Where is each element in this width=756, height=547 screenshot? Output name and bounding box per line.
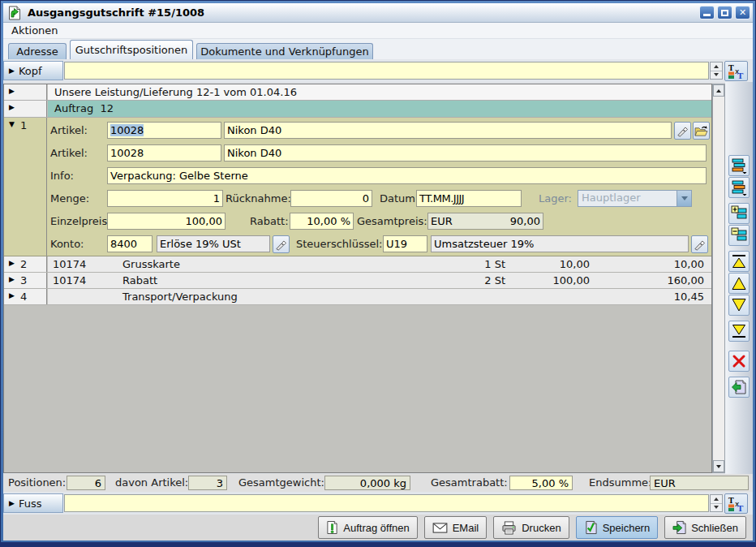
position-number: 3 [20, 274, 27, 286]
totals-bar: Positionen: 6 davon Artikel: 3 Gesamtgew… [3, 474, 753, 492]
artikel-name-input[interactable]: Nikon D40 [224, 122, 672, 139]
kopf-spinner[interactable] [710, 62, 723, 80]
einzelpreis-input[interactable]: 100,00 [107, 213, 226, 230]
kopf-spinner-down-icon[interactable] [711, 71, 722, 80]
artikel-clear-button[interactable] [674, 122, 691, 140]
kopf-text-input[interactable] [64, 62, 709, 80]
close-button[interactable]: ✕ [735, 6, 750, 19]
lager-dropdown-button[interactable] [677, 191, 691, 206]
subposition-remove-button[interactable] [728, 225, 750, 246]
position-number: 2 [20, 258, 27, 270]
fuss-textmodule-button[interactable]: T x T [724, 493, 748, 514]
menge-input[interactable]: 1 [107, 190, 223, 207]
position-1-expander[interactable]: ▼ 1 [4, 118, 47, 256]
subposition-add-button[interactable] [728, 203, 750, 224]
copy-position-button[interactable] [728, 377, 750, 398]
kopf-expander[interactable]: ▶ Kopf [3, 61, 63, 80]
position-insert-button[interactable] [728, 177, 750, 198]
steuer-clear-button[interactable] [691, 235, 708, 253]
svg-text:T: T [728, 496, 734, 505]
table-row-auftrag[interactable]: ▶ Auftrag 12 [4, 101, 711, 118]
cell-bezeichnung: Rabatt [122, 274, 157, 286]
drucken-button[interactable]: Drucken [493, 516, 569, 539]
gesamtpreis-value: 90,00 [510, 215, 540, 227]
lager-label: Lager: [539, 190, 572, 207]
delete-x-icon [731, 353, 747, 369]
row-expander-cell[interactable]: ▶ [4, 84, 47, 100]
endsumme-label: Endsumme: [589, 474, 651, 492]
move-up-button[interactable] [728, 273, 750, 294]
fuss-spinner-down-icon[interactable] [711, 504, 722, 512]
menu-aktionen[interactable]: Aktionen [11, 23, 58, 39]
cell-menge: 2 St [432, 274, 505, 286]
lager-combobox[interactable]: Hauptlager [578, 190, 692, 207]
konto-clear-button[interactable] [273, 235, 290, 253]
table-row-position-4[interactable]: ▶ 4 Transport/Verpackung 10,45 [4, 289, 711, 305]
document-arrow-left-icon [731, 379, 747, 395]
artikel2-nr-input[interactable]: 10028 [107, 144, 221, 162]
artikel-open-button[interactable] [693, 122, 710, 140]
table-scrollbar[interactable] [712, 84, 725, 473]
delete-position-button[interactable] [728, 351, 750, 372]
schliessen-button[interactable]: Schließen [664, 516, 746, 539]
positionen-label: Positionen: [8, 474, 66, 492]
collapsed-icon: ▶ [9, 259, 15, 267]
minimize-button[interactable] [699, 6, 715, 19]
kopf-textmodule-button[interactable]: T x T [724, 61, 748, 81]
positions-area: ▶ Unsere Leistung/Lieferung 12-1 vom 01.… [3, 82, 753, 474]
eraser-icon [275, 239, 287, 251]
kopf-spinner-up-icon[interactable] [711, 62, 722, 71]
cell-bezeichnung: Transport/Verpackung [122, 291, 238, 303]
tab-adresse[interactable]: Adresse [8, 43, 67, 59]
arrow-up-icon [716, 89, 721, 93]
table-row-position-3[interactable]: ▶ 3 10174 Rabatt 2 St 100,00 160,00 [4, 273, 711, 289]
table-row-lieferung[interactable]: ▶ Unsere Leistung/Lieferung 12-1 vom 01.… [4, 84, 711, 101]
artikel-nr-input[interactable]: 10028 [107, 122, 221, 139]
ruecknahme-label: Rücknahme: [226, 190, 291, 207]
move-bottom-button[interactable] [728, 321, 750, 342]
email-label: EMail [453, 522, 479, 534]
table-row-position-2[interactable]: ▶ 2 10174 Grusskarte 1 St 10,00 10,00 [4, 256, 711, 273]
position-4-expander[interactable]: ▶ 4 [4, 289, 47, 304]
titlebar[interactable]: Ausgangsgutschrift #15/1008 ✕ [3, 3, 753, 23]
position-append-button[interactable] [728, 155, 750, 176]
konto-input[interactable]: 8400 [107, 235, 152, 252]
cell-bezeichnung: Grusskarte [122, 258, 180, 270]
position-3-expander[interactable]: ▶ 3 [4, 273, 47, 288]
info-input[interactable]: Verpackung: Gelbe Sterne [107, 167, 707, 184]
fuss-spinner[interactable] [710, 494, 723, 512]
datum-input[interactable]: TT.MM.JJJJ [416, 190, 522, 207]
kopf-strip: ▶ Kopf T x T [3, 59, 753, 82]
auftrag-oeffnen-label: Auftrag öffnen [343, 522, 409, 534]
tab-dokumente[interactable]: Dokumente und Verknüpfungen [196, 43, 373, 59]
maximize-button[interactable] [717, 6, 732, 19]
email-button[interactable]: EMail [424, 516, 488, 539]
action-button-bar: Auftrag öffnen EMail Drucken [3, 515, 753, 541]
fuss-spinner-up-icon[interactable] [711, 495, 722, 504]
cell-menge: 1 St [432, 258, 505, 270]
move-down-button[interactable] [728, 295, 750, 316]
triangle-up-bar-icon [731, 253, 747, 269]
fuss-expander[interactable]: ▶ Fuss [3, 493, 63, 513]
rabatt-input[interactable]: 10,00 % [290, 213, 354, 230]
speichern-label: Speichern [603, 522, 651, 534]
menubar: Aktionen [3, 23, 753, 39]
chevron-down-icon [681, 196, 688, 200]
move-top-button[interactable] [728, 251, 750, 272]
schliessen-label: Schließen [691, 522, 738, 534]
speichern-button[interactable]: Speichern [576, 516, 659, 539]
position-2-expander[interactable]: ▶ 2 [4, 256, 47, 272]
scroll-down-button[interactable] [713, 460, 724, 472]
artikel2-name-input[interactable]: Nikon D40 [224, 144, 707, 162]
fuss-text-input[interactable] [64, 494, 709, 512]
ruecknahme-input[interactable]: 0 [290, 190, 372, 207]
steuer-code-input[interactable]: U19 [383, 235, 427, 252]
fuss-collapsed-icon: ▶ [9, 499, 15, 507]
auftrag-oeffnen-button[interactable]: Auftrag öffnen [318, 516, 417, 539]
scroll-up-button[interactable] [713, 84, 724, 97]
eraser-icon [694, 239, 706, 251]
tab-gutschriftspositionen[interactable]: Gutschriftspositionen [70, 40, 193, 59]
konto-label: Konto: [50, 235, 84, 252]
row-expander-cell[interactable]: ▶ [4, 101, 47, 117]
gesamtrabatt-input[interactable]: 5,00 % [509, 476, 573, 490]
